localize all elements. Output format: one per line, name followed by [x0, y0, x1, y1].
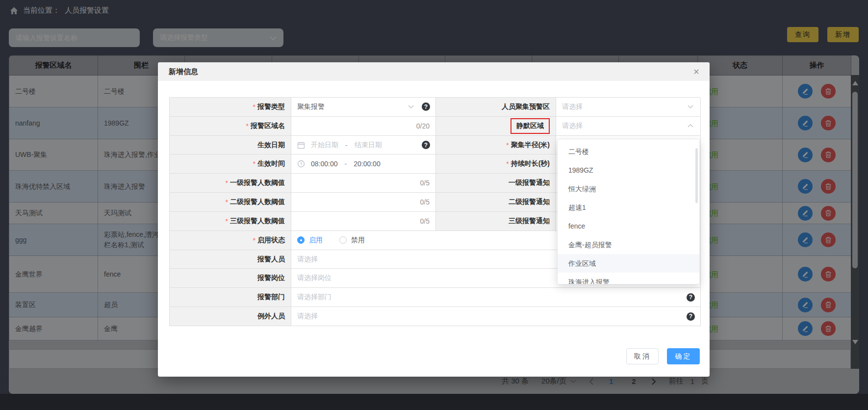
char-counter: 0/5: [420, 179, 430, 187]
radio-selected-icon: [297, 236, 305, 244]
radio-disabled[interactable]: 禁用: [339, 236, 365, 245]
dropdown-option[interactable]: 超速1: [558, 198, 699, 217]
chevron-down-icon: [688, 105, 693, 108]
help-icon[interactable]: ?: [687, 312, 695, 321]
gather-area-label: 人员聚集预警区: [436, 98, 556, 117]
dropdown-option[interactable]: 金鹰-超员报警: [558, 235, 699, 254]
chevron-down-icon: [408, 105, 414, 108]
notify2-label: 二级报警通知: [436, 193, 556, 212]
gather-area-select[interactable]: 请选择: [556, 98, 701, 117]
char-counter: 0/5: [420, 217, 430, 225]
area-name-label: * 报警区域名: [170, 117, 291, 136]
dropdown-option[interactable]: 二号楼: [558, 142, 699, 161]
alarm-type-label: * 报警类型: [170, 98, 291, 117]
threshold2-input[interactable]: 0/5: [291, 193, 436, 212]
cancel-button[interactable]: 取消: [626, 348, 659, 364]
exception-person-label: 例外人员: [170, 307, 291, 326]
alarm-dept-label: 报警部门: [170, 288, 291, 307]
calendar-icon: [297, 141, 305, 149]
dropdown-options: 二号楼 1989GZ 恒大绿洲 超速1 fence 金鹰-超员报警 作业区域 珠…: [558, 142, 699, 284]
threshold3-label: * 三级报警人数阈值: [170, 212, 291, 231]
dropdown-option[interactable]: fence: [558, 217, 699, 235]
help-icon[interactable]: ?: [422, 102, 430, 111]
chevron-up-icon: [688, 124, 693, 128]
silent-area-highlight: 静默区域: [511, 118, 550, 134]
alarm-type-select[interactable]: 聚集报警 ?: [291, 98, 436, 117]
silent-area-select[interactable]: 请选择: [556, 117, 701, 136]
effective-time-label: * 生效时间: [170, 154, 291, 174]
effective-date-range-picker[interactable]: 开始日期 - 结束日期 ?: [291, 136, 436, 155]
radio-enabled[interactable]: 启用: [297, 236, 323, 245]
gather-radius-label: * 聚集半径(米): [436, 136, 556, 155]
exception-person-select[interactable]: 请选择 ?: [291, 307, 701, 326]
alarm-person-label: 报警人员: [170, 250, 291, 269]
area-name-input[interactable]: 0/20: [291, 117, 436, 136]
alarm-post-label: 报警岗位: [170, 269, 291, 288]
dropdown-arrow: [572, 139, 579, 142]
app-root: 当前位置： 人员报警设置 请选择报警类型 查询 新增 报警区域名 围栏: [0, 0, 868, 410]
silent-area-dropdown: 二号楼 1989GZ 恒大绿洲 超速1 fence 金鹰-超员报警 作业区域 珠…: [557, 139, 700, 284]
modal-title: 新增信息: [169, 67, 198, 77]
threshold1-input[interactable]: 0/5: [291, 174, 436, 193]
clock-icon: [297, 160, 305, 168]
effective-date-label: 生效日期: [170, 136, 291, 155]
alarm-dept-select[interactable]: 请选择部门 ?: [291, 288, 701, 307]
help-icon[interactable]: ?: [687, 293, 695, 302]
notify1-label: 一级报警通知: [436, 174, 556, 193]
close-icon[interactable]: ✕: [691, 67, 702, 77]
dropdown-scrollbar-thumb[interactable]: [695, 148, 698, 203]
notify3-label: 三级报警通知: [436, 212, 556, 231]
help-icon[interactable]: ?: [422, 141, 430, 149]
dropdown-option[interactable]: 珠海进入报警: [558, 273, 699, 284]
silent-area-label: 静默区域: [436, 117, 556, 136]
enable-status-label: * 启用状态: [170, 231, 291, 250]
threshold1-label: * 一级报警人数阈值: [170, 174, 291, 193]
radio-unselected-icon: [339, 236, 347, 244]
modal-header: 新增信息: [158, 62, 710, 81]
confirm-button[interactable]: 确定: [667, 348, 700, 364]
threshold3-input[interactable]: 0/5: [291, 212, 436, 231]
threshold2-label: * 二级报警人数阈值: [170, 193, 291, 212]
char-counter: 0/20: [416, 122, 430, 130]
duration-label: * 持续时长(秒): [436, 154, 556, 174]
effective-time-range-picker[interactable]: 08:00:00 - 20:00:00: [291, 154, 436, 174]
char-counter: 0/5: [420, 198, 430, 206]
dropdown-option[interactable]: 1989GZ: [558, 161, 699, 179]
dropdown-option[interactable]: 恒大绿洲: [558, 179, 699, 198]
dropdown-option-hovered[interactable]: 作业区域: [558, 254, 699, 273]
